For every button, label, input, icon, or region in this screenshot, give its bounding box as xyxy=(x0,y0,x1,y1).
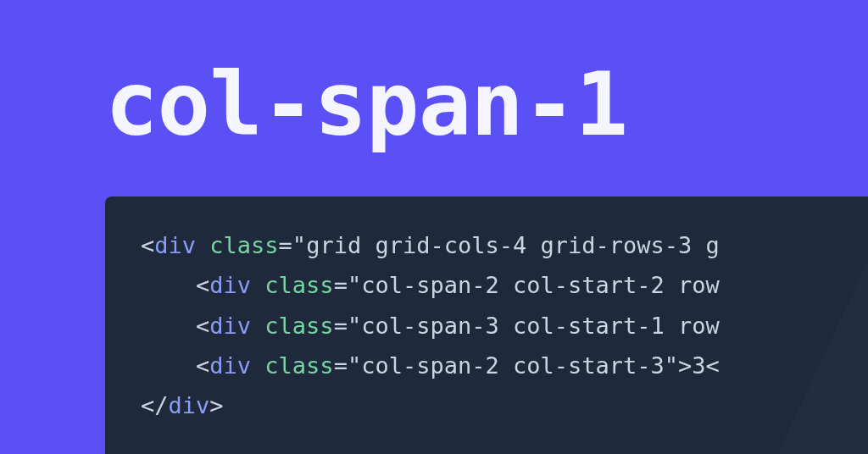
code-line-2: <div class="col-span-2 col-start-2 row xyxy=(141,265,868,305)
space xyxy=(251,313,264,339)
angle-open-slash: </ xyxy=(141,392,169,418)
space xyxy=(251,272,264,298)
page-title: col-span-1 xyxy=(105,53,627,156)
attr-value: col-span-3 col-start-1 row xyxy=(361,313,720,339)
tag-name: div xyxy=(209,313,251,339)
indent xyxy=(141,352,196,379)
quote: " xyxy=(348,272,361,298)
space xyxy=(196,232,209,258)
angle-close: > xyxy=(678,352,692,379)
tag-name: div xyxy=(154,232,196,258)
code-line-1: <div class="grid grid-cols-4 grid-rows-3… xyxy=(141,225,868,265)
quote: " xyxy=(348,313,361,339)
angle-close: > xyxy=(209,392,223,418)
indent xyxy=(141,272,196,298)
attr-value: col-span-2 col-start-3 xyxy=(361,352,665,379)
equals: = xyxy=(334,352,348,379)
equals: = xyxy=(334,313,348,339)
code-line-3: <div class="col-span-3 col-start-1 row xyxy=(141,306,868,346)
tag-name: div xyxy=(169,392,210,418)
attr-name: class xyxy=(264,313,333,339)
equals: = xyxy=(279,232,292,258)
angle-open: < xyxy=(141,232,154,258)
quote: " xyxy=(348,352,361,379)
tag-name: div xyxy=(209,272,251,298)
text-content: 3 xyxy=(692,352,705,379)
angle-open: < xyxy=(196,352,209,379)
attr-name: class xyxy=(264,352,333,379)
attr-value: grid grid-cols-4 grid-rows-3 g xyxy=(306,232,720,258)
quote: " xyxy=(665,352,678,379)
attr-value: col-span-2 col-start-2 row xyxy=(361,272,720,298)
code-line-5: </div> xyxy=(141,385,868,425)
tag-name: div xyxy=(209,352,251,379)
angle-open: < xyxy=(196,272,209,298)
attr-name: class xyxy=(209,232,278,258)
angle-open: < xyxy=(706,352,720,379)
code-block: <div class="grid grid-cols-4 grid-rows-3… xyxy=(105,197,868,454)
angle-open: < xyxy=(196,313,209,339)
equals: = xyxy=(334,272,348,298)
space xyxy=(251,352,264,379)
attr-name: class xyxy=(264,272,333,298)
indent xyxy=(141,313,196,339)
quote: " xyxy=(292,232,306,258)
code-line-4: <div class="col-span-2 col-start-3">3< xyxy=(141,346,868,385)
